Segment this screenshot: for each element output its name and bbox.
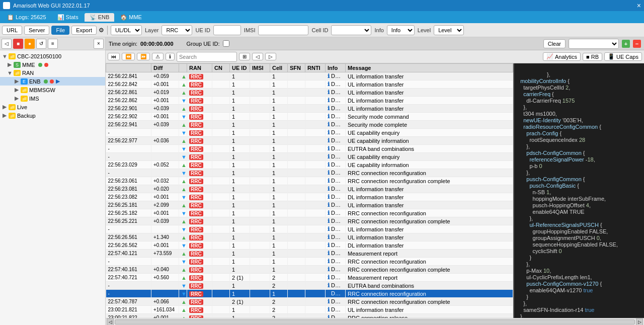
table-row[interactable]: 22:56:22.977 +0.036 ▲ RRC 1 1 ℹ DCCH UE … [106, 137, 513, 145]
tree-item-mme[interactable]: ▶ S MME [0, 60, 105, 69]
table-row[interactable]: 22:56:25.221 +0.039 ▲ RRC 1 1 ℹ DCCH RRC… [106, 217, 513, 225]
table-row[interactable]: 22:57:40.121 +73.559 ▲ RRC 1 1 ℹ DCCH Me… [106, 250, 513, 258]
cell-ueid: 1 [230, 153, 250, 161]
sidebar-btn-5[interactable]: ≡ [48, 39, 58, 49]
rb-button[interactable]: ■ RB [583, 53, 602, 61]
clear-button[interactable]: Clear [543, 39, 566, 48]
cell-rnti [305, 80, 326, 89]
tab-enb[interactable]: 📡 ENB [85, 13, 115, 22]
info-button[interactable]: ℹ [166, 53, 175, 60]
table-row[interactable]: 22:56:23.082 +0.001 ▼ RRC 1 1 ℹ DCCH DL … [106, 193, 513, 201]
search-input[interactable] [177, 52, 237, 62]
add-filter-button[interactable]: + [622, 40, 630, 48]
imsi-input[interactable] [258, 25, 308, 35]
remove-filter-button[interactable]: − [633, 40, 641, 48]
ueid-input[interactable] [213, 25, 241, 35]
cell-dir: ▼ [179, 258, 187, 266]
table-row[interactable]: - ▼ RRC 1 1 ℹ DCCH EUTRA band combinatio… [106, 145, 513, 153]
table-row[interactable]: 22:57:40.161 +0.040 ▲ RRC 1 1 ℹ DCCH RRC… [106, 266, 513, 274]
table-row[interactable]: - ▼ RRC 1 2 ℹ DCCH EUTRA band combinatio… [106, 282, 513, 290]
info-select[interactable]: Info [387, 25, 415, 35]
cell-dir: ▲ [179, 137, 187, 145]
table-row[interactable]: - ▼ RRC 1 1 ℹ DCCH RRC connection reconf… [106, 290, 513, 298]
server-button[interactable]: Server [24, 26, 49, 35]
toolbar-icon-settings[interactable]: ⚙ [99, 27, 104, 34]
layer-select[interactable]: RRCPDCPRLC [162, 25, 192, 35]
table-row[interactable]: 22:56:22.901 +0.039 ▲ RRC 1 1 ℹ DCCH UL … [106, 105, 513, 113]
enb-icon: 📡 [90, 14, 97, 21]
tab-mme[interactable]: 🏠 MME [115, 13, 147, 22]
analytics-button[interactable]: 📈 Analytics [543, 52, 581, 61]
table-row[interactable]: 22:56:23.029 +0.052 ▲ RRC 1 1 ℹ DCCH UE … [106, 161, 513, 169]
filter-select[interactable]: UL/DLULDL [111, 25, 142, 35]
nav-first-button[interactable]: ⏮ [108, 53, 120, 60]
table-row[interactable]: 22:56:22.941 +0.039 ▲ RRC 1 1 ℹ DCCH Sec… [106, 121, 513, 129]
bottom-scrollbar[interactable]: ◁ ▷ [106, 318, 644, 325]
cell-sfn [288, 129, 305, 137]
tree-item-ims[interactable]: ▶ 📁 IMS [0, 94, 105, 103]
nav-fwd-button[interactable]: ▷ [265, 53, 276, 60]
table-row[interactable]: 22:56:26.562 +0.001 ▼ RRC 1 1 ℹ DCCH DL … [106, 241, 513, 250]
url-button[interactable]: URL [2, 26, 22, 35]
scroll-left-btn[interactable]: ◁ [107, 318, 114, 326]
cell-ran: RRC [187, 209, 212, 217]
grid-icon-button[interactable]: ⊞ [239, 53, 250, 60]
table-row[interactable]: 23:00:21.822 +0.001 ▲ RRC 1 2 ℹ DCCH RRC… [106, 314, 513, 318]
ue-caps-button[interactable]: 📱 UE Caps [604, 52, 642, 61]
tree-item-enb[interactable]: ▶ E ENB ▶ [0, 77, 105, 86]
cell-sfn [288, 72, 305, 80]
tree-item-backup[interactable]: ▶ 📁 Backup [0, 111, 105, 120]
table-row[interactable]: 22:56:22.841 +0.059 ▲ RRC 1 1 ℹ DCCH UL … [106, 72, 513, 80]
nav-next-button[interactable]: ⏩ [137, 53, 150, 60]
scroll-right-btn[interactable]: ▷ [636, 318, 643, 326]
table-row[interactable]: - ▼ RRC 1 1 ℹ DCCH RRC connection reconf… [106, 258, 513, 266]
cell-dir: ▲ [179, 233, 187, 241]
table-row[interactable]: 22:57:40.787 +0.066 ▲ RRC 2 (1) 2 ℹ DCCH… [106, 298, 513, 306]
tree-item-live[interactable]: ▶ 📁 Live [0, 103, 105, 111]
cell-rnti [305, 298, 326, 306]
tree-item-ran[interactable]: ▼ 📁 RAN [0, 69, 105, 77]
tab-logs[interactable]: 📋 Logs: 25625 [2, 13, 51, 22]
table-row[interactable]: 22:56:26.561 +1.340 ▲ RRC 1 1 ℹ DCCH UL … [106, 233, 513, 241]
tree-item-mbmsgw[interactable]: ▶ 📁 MBMSGW [0, 86, 105, 94]
table-row[interactable]: 22:56:22.902 +0.001 ▼ RRC 1 1 ℹ DCCH Sec… [106, 113, 513, 121]
close-icon[interactable]: × [637, 2, 641, 10]
stats-icon: 📊 [57, 14, 64, 21]
sidebar-btn-refresh[interactable]: ↺ [36, 39, 46, 49]
cell-cn [212, 250, 230, 258]
log-table[interactable]: Diff RAN CN UE ID IMSI Cell SFN RNTI Inf… [106, 63, 513, 318]
table-row[interactable]: 22:56:23.081 +0.020 ▲ RRC 1 1 ℹ DCCH UL … [106, 185, 513, 193]
filter-dropdown[interactable] [569, 39, 619, 49]
tab-stats[interactable]: 📊 Stats [52, 13, 84, 22]
alert-button[interactable]: ⚠ [152, 53, 164, 60]
table-row[interactable]: 22:57:40.721 +0.560 ▲ RRC 2 (1) 2 ℹ DCCH… [106, 274, 513, 282]
nav-prev-button[interactable]: ⏪ [122, 53, 135, 60]
table-row[interactable]: - ▼ RRC 1 1 ℹ DCCH RRC connection reconf… [106, 169, 513, 177]
sidebar-btn-1[interactable]: ◁ [2, 39, 12, 49]
table-row[interactable]: 22:56:25.181 +2.099 ▲ RRC 1 1 ℹ DCCH UL … [106, 201, 513, 209]
table-row[interactable]: 22:56:22.862 +0.001 ▼ RRC 1 1 ℹ DCCH DL … [106, 97, 513, 105]
rrc-badge: RRC [189, 179, 203, 184]
table-row[interactable]: 22:56:22.842 +0.001 ▲ RRC 1 1 ℹ DCCH UL … [106, 80, 513, 89]
file-button[interactable]: File [51, 26, 69, 35]
cell-ueid: 1 [230, 290, 250, 298]
cell-time: 23:00:21.822 [106, 314, 151, 318]
sidebar-btn-stop[interactable]: ■ [13, 39, 23, 49]
table-row[interactable]: - ▼ RRC 1 1 ℹ DCCH UL information transf… [106, 225, 513, 233]
table-row[interactable]: - ▼ RRC 1 1 ℹ DCCH UE capability enquiry [106, 129, 513, 137]
table-row[interactable]: 22:56:25.182 +0.001 ▼ RRC 1 1 ℹ DCCH RRC… [106, 209, 513, 217]
table-row[interactable]: 22:56:23.061 +0.032 ▲ RRC 1 1 ℹ DCCH RRC… [106, 177, 513, 185]
cellid-select[interactable] [331, 25, 371, 35]
sidebar-btn-record[interactable]: ● [25, 39, 35, 49]
table-row[interactable]: 23:00:21.821 +161.034 ▲ RRC 1 2 ℹ DCCH U… [106, 306, 513, 314]
nav-back-button[interactable]: ◁ [252, 53, 263, 60]
cell-dir: ▲ [179, 177, 187, 185]
level-select[interactable]: Level [434, 25, 464, 35]
export-button[interactable]: Export [71, 26, 97, 35]
server-icon-mme: S [14, 62, 21, 68]
sidebar-close-btn[interactable]: × [94, 39, 104, 49]
table-row[interactable]: - ▼ RRC 1 1 ℹ DCCH UE capability enquiry [106, 153, 513, 161]
table-row[interactable]: 22:56:22.861 +0.019 ▲ RRC 1 1 ℹ DCCH UL … [106, 89, 513, 97]
group-ue-checkbox[interactable] [223, 40, 229, 47]
tree-item-cbc[interactable]: ▼ 📁 CBC-2021050100 [0, 52, 105, 60]
